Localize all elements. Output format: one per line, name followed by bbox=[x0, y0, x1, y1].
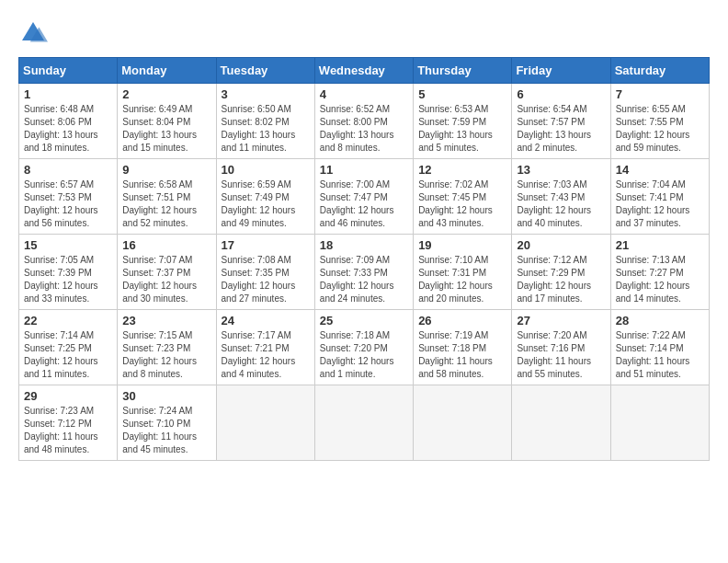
day-info: Sunrise: 7:13 AM Sunset: 7:27 PM Dayligh… bbox=[616, 254, 704, 305]
calendar-cell: 25Sunrise: 7:18 AM Sunset: 7:20 PM Dayli… bbox=[314, 310, 413, 385]
calendar-cell: 23Sunrise: 7:15 AM Sunset: 7:23 PM Dayli… bbox=[118, 310, 216, 385]
day-number: 18 bbox=[320, 238, 408, 252]
day-number: 12 bbox=[418, 163, 506, 177]
calendar-cell: 27Sunrise: 7:20 AM Sunset: 7:16 PM Dayli… bbox=[512, 310, 610, 385]
day-info: Sunrise: 7:19 AM Sunset: 7:18 PM Dayligh… bbox=[418, 329, 506, 381]
calendar-cell: 19Sunrise: 7:10 AM Sunset: 7:31 PM Dayli… bbox=[414, 235, 512, 310]
day-number: 2 bbox=[122, 87, 210, 101]
calendar-week-3: 15Sunrise: 7:05 AM Sunset: 7:39 PM Dayli… bbox=[19, 235, 710, 310]
day-number: 27 bbox=[517, 314, 605, 327]
day-info: Sunrise: 7:20 AM Sunset: 7:16 PM Dayligh… bbox=[517, 329, 605, 381]
day-info: Sunrise: 7:18 AM Sunset: 7:20 PM Dayligh… bbox=[320, 329, 408, 381]
calendar-cell: 6Sunrise: 6:54 AM Sunset: 7:57 PM Daylig… bbox=[512, 84, 610, 159]
weekday-header-sunday: Sunday bbox=[19, 58, 118, 84]
calendar-cell bbox=[414, 385, 512, 461]
calendar-cell: 15Sunrise: 7:05 AM Sunset: 7:39 PM Dayli… bbox=[19, 235, 118, 310]
day-number: 15 bbox=[24, 238, 112, 252]
day-number: 8 bbox=[24, 163, 112, 177]
day-number: 1 bbox=[24, 87, 112, 101]
day-info: Sunrise: 6:52 AM Sunset: 8:00 PM Dayligh… bbox=[320, 103, 408, 155]
day-number: 25 bbox=[320, 314, 408, 327]
day-number: 30 bbox=[122, 389, 210, 403]
calendar-table: SundayMondayTuesdayWednesdayThursdayFrid… bbox=[18, 57, 710, 461]
day-info: Sunrise: 6:50 AM Sunset: 8:02 PM Dayligh… bbox=[222, 103, 310, 155]
calendar-week-4: 22Sunrise: 7:14 AM Sunset: 7:25 PM Dayli… bbox=[19, 310, 710, 385]
day-info: Sunrise: 6:57 AM Sunset: 7:53 PM Dayligh… bbox=[24, 178, 112, 230]
calendar-cell: 13Sunrise: 7:03 AM Sunset: 7:43 PM Dayli… bbox=[512, 159, 610, 235]
day-info: Sunrise: 7:10 AM Sunset: 7:31 PM Dayligh… bbox=[418, 254, 506, 305]
day-number: 22 bbox=[24, 314, 112, 327]
calendar-cell: 8Sunrise: 6:57 AM Sunset: 7:53 PM Daylig… bbox=[19, 159, 118, 235]
day-info: Sunrise: 7:00 AM Sunset: 7:47 PM Dayligh… bbox=[320, 178, 408, 230]
day-info: Sunrise: 7:23 AM Sunset: 7:12 PM Dayligh… bbox=[24, 405, 112, 456]
calendar-cell: 21Sunrise: 7:13 AM Sunset: 7:27 PM Dayli… bbox=[610, 235, 709, 310]
day-number: 4 bbox=[320, 87, 408, 101]
calendar-cell: 16Sunrise: 7:07 AM Sunset: 7:37 PM Dayli… bbox=[118, 235, 216, 310]
calendar-cell: 17Sunrise: 7:08 AM Sunset: 7:35 PM Dayli… bbox=[216, 235, 314, 310]
calendar-cell: 29Sunrise: 7:23 AM Sunset: 7:12 PM Dayli… bbox=[19, 385, 118, 461]
page-header bbox=[18, 18, 710, 48]
day-number: 5 bbox=[418, 87, 506, 101]
day-info: Sunrise: 7:05 AM Sunset: 7:39 PM Dayligh… bbox=[24, 254, 112, 305]
day-info: Sunrise: 7:08 AM Sunset: 7:35 PM Dayligh… bbox=[222, 254, 310, 305]
calendar-cell bbox=[216, 385, 314, 461]
weekday-header-monday: Monday bbox=[118, 58, 216, 84]
weekday-header-friday: Friday bbox=[512, 58, 610, 84]
logo bbox=[18, 18, 51, 48]
calendar-week-1: 1Sunrise: 6:48 AM Sunset: 8:06 PM Daylig… bbox=[19, 84, 710, 159]
calendar-cell: 22Sunrise: 7:14 AM Sunset: 7:25 PM Dayli… bbox=[19, 310, 118, 385]
day-number: 3 bbox=[222, 87, 310, 101]
day-info: Sunrise: 7:14 AM Sunset: 7:25 PM Dayligh… bbox=[24, 329, 112, 381]
day-number: 26 bbox=[418, 314, 506, 327]
day-info: Sunrise: 6:59 AM Sunset: 7:49 PM Dayligh… bbox=[222, 178, 310, 230]
day-number: 11 bbox=[320, 163, 408, 177]
day-number: 17 bbox=[222, 238, 310, 252]
day-info: Sunrise: 6:54 AM Sunset: 7:57 PM Dayligh… bbox=[517, 103, 605, 155]
calendar-cell: 12Sunrise: 7:02 AM Sunset: 7:45 PM Dayli… bbox=[414, 159, 512, 235]
calendar-cell: 3Sunrise: 6:50 AM Sunset: 8:02 PM Daylig… bbox=[216, 84, 314, 159]
calendar-cell: 11Sunrise: 7:00 AM Sunset: 7:47 PM Dayli… bbox=[314, 159, 413, 235]
day-number: 29 bbox=[24, 389, 112, 403]
day-number: 9 bbox=[122, 163, 210, 177]
calendar-cell: 4Sunrise: 6:52 AM Sunset: 8:00 PM Daylig… bbox=[314, 84, 413, 159]
day-number: 6 bbox=[517, 87, 605, 101]
day-number: 19 bbox=[418, 238, 506, 252]
weekday-header-row: SundayMondayTuesdayWednesdayThursdayFrid… bbox=[19, 58, 710, 84]
weekday-header-wednesday: Wednesday bbox=[314, 58, 413, 84]
weekday-header-thursday: Thursday bbox=[414, 58, 512, 84]
day-number: 20 bbox=[517, 238, 605, 252]
day-number: 16 bbox=[122, 238, 210, 252]
day-info: Sunrise: 7:22 AM Sunset: 7:14 PM Dayligh… bbox=[616, 329, 704, 381]
calendar-week-2: 8Sunrise: 6:57 AM Sunset: 7:53 PM Daylig… bbox=[19, 159, 710, 235]
day-number: 24 bbox=[222, 314, 310, 327]
calendar-cell bbox=[314, 385, 413, 461]
day-info: Sunrise: 7:07 AM Sunset: 7:37 PM Dayligh… bbox=[122, 254, 210, 305]
calendar-cell: 30Sunrise: 7:24 AM Sunset: 7:10 PM Dayli… bbox=[118, 385, 216, 461]
calendar-cell: 10Sunrise: 6:59 AM Sunset: 7:49 PM Dayli… bbox=[216, 159, 314, 235]
calendar-cell: 18Sunrise: 7:09 AM Sunset: 7:33 PM Dayli… bbox=[314, 235, 413, 310]
day-number: 13 bbox=[517, 163, 605, 177]
calendar-cell: 28Sunrise: 7:22 AM Sunset: 7:14 PM Dayli… bbox=[610, 310, 709, 385]
weekday-header-saturday: Saturday bbox=[610, 58, 709, 84]
day-info: Sunrise: 6:48 AM Sunset: 8:06 PM Dayligh… bbox=[24, 103, 112, 155]
calendar-cell: 2Sunrise: 6:49 AM Sunset: 8:04 PM Daylig… bbox=[118, 84, 216, 159]
day-info: Sunrise: 7:04 AM Sunset: 7:41 PM Dayligh… bbox=[616, 178, 704, 230]
day-info: Sunrise: 7:24 AM Sunset: 7:10 PM Dayligh… bbox=[122, 405, 210, 456]
calendar-cell bbox=[610, 385, 709, 461]
calendar-cell: 1Sunrise: 6:48 AM Sunset: 8:06 PM Daylig… bbox=[19, 84, 118, 159]
logo-icon bbox=[18, 18, 48, 48]
calendar-cell bbox=[512, 385, 610, 461]
day-number: 10 bbox=[222, 163, 310, 177]
day-info: Sunrise: 6:55 AM Sunset: 7:55 PM Dayligh… bbox=[616, 103, 704, 155]
day-info: Sunrise: 7:12 AM Sunset: 7:29 PM Dayligh… bbox=[517, 254, 605, 305]
day-info: Sunrise: 6:58 AM Sunset: 7:51 PM Dayligh… bbox=[122, 178, 210, 230]
calendar-cell: 14Sunrise: 7:04 AM Sunset: 7:41 PM Dayli… bbox=[610, 159, 709, 235]
calendar-cell: 9Sunrise: 6:58 AM Sunset: 7:51 PM Daylig… bbox=[118, 159, 216, 235]
day-number: 23 bbox=[122, 314, 210, 327]
calendar-week-5: 29Sunrise: 7:23 AM Sunset: 7:12 PM Dayli… bbox=[19, 385, 710, 461]
day-number: 21 bbox=[616, 238, 704, 252]
day-info: Sunrise: 7:17 AM Sunset: 7:21 PM Dayligh… bbox=[222, 329, 310, 381]
day-number: 14 bbox=[616, 163, 704, 177]
day-number: 28 bbox=[616, 314, 704, 327]
day-info: Sunrise: 7:03 AM Sunset: 7:43 PM Dayligh… bbox=[517, 178, 605, 230]
